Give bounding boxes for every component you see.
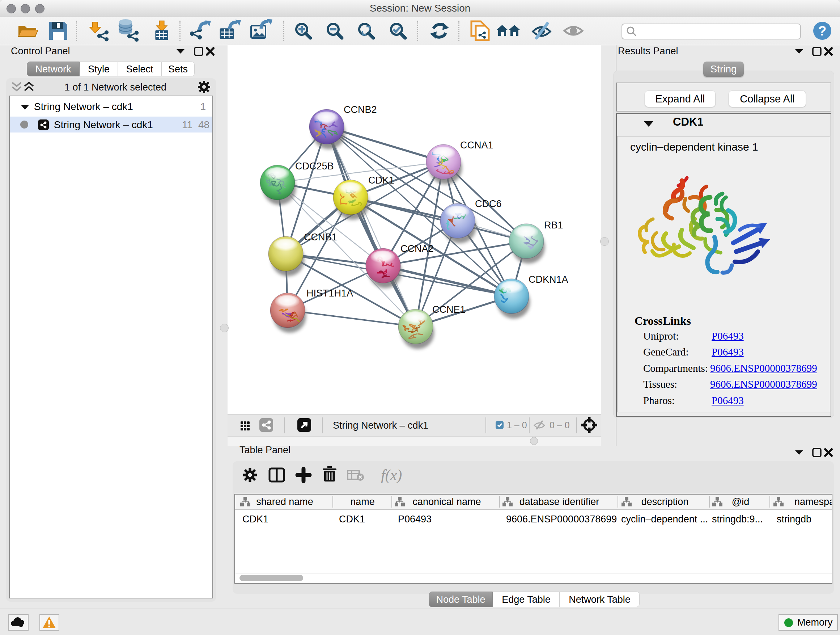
svg-text:shared name: shared name [256, 496, 313, 507]
svg-text:name: name [350, 496, 375, 507]
svg-text:CDC25B: CDC25B [295, 161, 334, 172]
svg-text:1 of 1 Network selected: 1 of 1 Network selected [65, 82, 166, 93]
svg-text:CCNB2: CCNB2 [344, 104, 377, 115]
svg-text:?: ? [818, 24, 827, 38]
svg-text:CCNA2: CCNA2 [401, 243, 434, 254]
svg-text:CCNA1: CCNA1 [460, 140, 493, 150]
svg-text:f(x): f(x) [381, 467, 402, 484]
svg-text:namespace: namespace [794, 496, 832, 507]
svg-text:CCNE1: CCNE1 [432, 304, 466, 315]
svg-text:0 – 0: 0 – 0 [549, 420, 570, 430]
svg-text:CDC6: CDC6 [475, 198, 502, 209]
svg-text:1 – 0: 1 – 0 [507, 420, 527, 430]
svg-text:HIST1H1A: HIST1H1A [306, 288, 353, 299]
svg-text:canonical name: canonical name [412, 496, 481, 507]
svg-text:@id: @id [732, 496, 749, 507]
svg-text:CCNB1: CCNB1 [304, 232, 337, 242]
svg-text:description: description [641, 496, 689, 507]
svg-text:String Network – cdk1: String Network – cdk1 [333, 420, 428, 431]
svg-text:RB1: RB1 [544, 220, 563, 231]
svg-text:CDKN1A: CDKN1A [529, 274, 568, 285]
svg-text:database identifier: database identifier [519, 496, 600, 507]
svg-text:CDK1: CDK1 [368, 175, 394, 186]
